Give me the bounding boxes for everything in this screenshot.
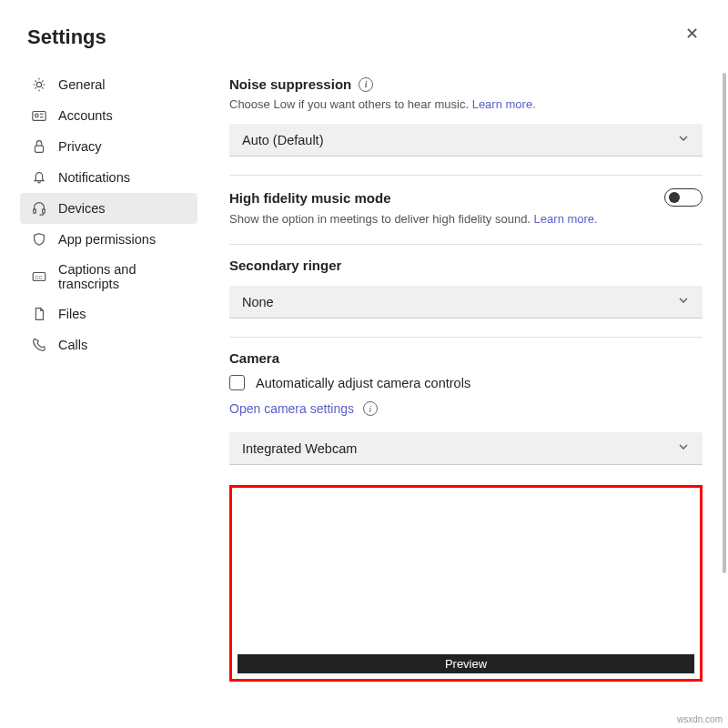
section-title: Noise suppression (229, 76, 351, 92)
checkbox-label: Automatically adjust camera controls (256, 376, 470, 390)
sidebar-item-notifications[interactable]: Notifications (20, 162, 197, 193)
sidebar-item-accounts[interactable]: Accounts (20, 100, 197, 131)
lock-icon (31, 138, 47, 155)
svg-text:CC: CC (35, 275, 43, 280)
sidebar-item-label: Devices (58, 201, 106, 216)
section-title: High fidelity music mode (229, 190, 391, 206)
sidebar-item-label: Privacy (58, 139, 102, 154)
select-value: Auto (Default) (242, 133, 323, 147)
sidebar-item-label: Files (58, 307, 86, 321)
hifi-toggle[interactable] (664, 188, 703, 207)
section-title: Camera (229, 350, 279, 366)
shield-icon (31, 231, 47, 248)
chevron-down-icon (677, 294, 690, 309)
open-camera-settings-link[interactable]: Open camera settings (229, 401, 354, 416)
close-icon[interactable]: ✕ (685, 25, 699, 42)
svg-rect-5 (35, 146, 44, 152)
sidebar-item-general[interactable]: General (20, 69, 197, 100)
select-value: Integrated Webcam (242, 441, 357, 456)
section-high-fidelity: High fidelity music mode Show the option… (229, 176, 703, 245)
chevron-down-icon (677, 440, 690, 456)
info-icon[interactable]: i (363, 401, 378, 416)
sidebar-item-label: General (58, 77, 106, 92)
sidebar-item-label: Captions and transcripts (58, 262, 187, 291)
info-icon[interactable]: i (359, 77, 373, 92)
file-icon (31, 306, 47, 322)
sidebar-item-label: App permissions (58, 232, 156, 247)
section-subtitle: Show the option in meetings to deliver h… (229, 212, 531, 226)
camera-select[interactable]: Integrated Webcam (229, 432, 703, 465)
section-noise-suppression: Noise suppression i Choose Low if you wa… (229, 64, 703, 176)
sidebar-item-privacy[interactable]: Privacy (20, 131, 197, 162)
sidebar-item-devices[interactable]: Devices (20, 193, 197, 224)
secondary-ringer-select[interactable]: None (229, 286, 703, 318)
section-title: Secondary ringer (229, 258, 341, 273)
select-value: None (242, 295, 274, 309)
sidebar-item-label: Notifications (58, 170, 130, 185)
toggle-knob (669, 192, 680, 203)
id-card-icon (31, 107, 47, 124)
learn-more-link[interactable]: Learn more. (472, 97, 536, 111)
gear-icon (31, 76, 47, 93)
attribution: wsxdn.com (677, 714, 723, 724)
sidebar-item-calls[interactable]: Calls (20, 329, 197, 360)
headset-icon (31, 200, 47, 217)
page-title: Settings (27, 25, 106, 49)
bell-icon (31, 169, 47, 186)
sidebar-item-captions[interactable]: CC Captions and transcripts (20, 255, 197, 298)
camera-preview-label: Preview (238, 654, 694, 673)
noise-suppression-select[interactable]: Auto (Default) (229, 124, 703, 157)
learn-more-link[interactable]: Learn more. (534, 212, 598, 226)
sidebar-item-label: Calls (58, 338, 87, 352)
section-secondary-ringer: Secondary ringer None (229, 245, 703, 338)
section-subtitle: Choose Low if you want others to hear mu… (229, 97, 469, 111)
sidebar-item-app-permissions[interactable]: App permissions (20, 224, 197, 255)
captions-icon: CC (31, 268, 47, 285)
sidebar-item-label: Accounts (58, 108, 113, 123)
section-camera: Camera Automatically adjust camera contr… (229, 338, 703, 700)
camera-preview-highlight: Preview (229, 485, 703, 682)
main-panel: Noise suppression i Choose Low if you wa… (229, 58, 728, 700)
sidebar-item-files[interactable]: Files (20, 298, 197, 329)
svg-point-0 (36, 82, 41, 86)
scrollbar[interactable] (723, 73, 726, 573)
sidebar: General Accounts Privacy Notifications D… (20, 58, 197, 700)
phone-icon (31, 337, 47, 353)
svg-point-2 (35, 114, 39, 117)
auto-adjust-checkbox[interactable] (229, 375, 245, 390)
chevron-down-icon (677, 132, 690, 147)
